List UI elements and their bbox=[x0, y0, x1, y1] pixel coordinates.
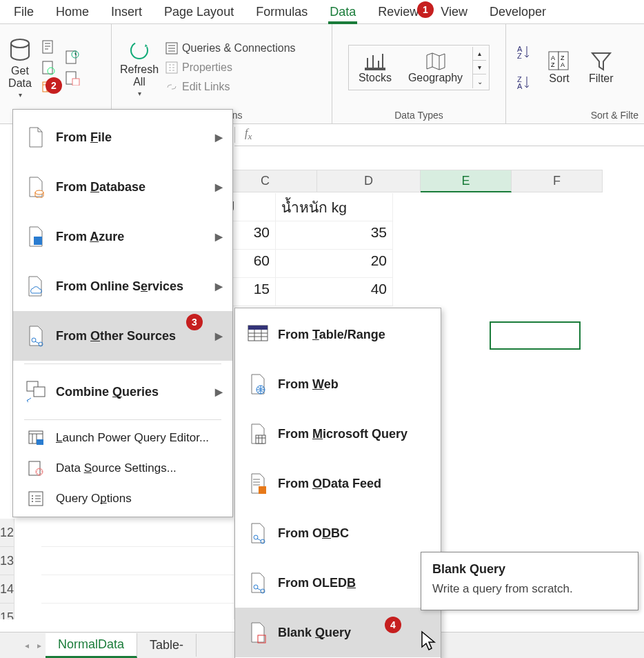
link-icon bbox=[165, 81, 178, 93]
data-types-spinner[interactable]: ▴▾⌄ bbox=[472, 47, 486, 88]
chevron-right-icon: ▶ bbox=[215, 181, 223, 192]
other-sources-icon bbox=[26, 323, 46, 348]
sheet-tab-table[interactable]: Table- bbox=[137, 634, 197, 657]
sort-desc-icon: ZA bbox=[516, 74, 534, 92]
odbc-icon bbox=[248, 521, 268, 546]
tab-page-layout[interactable]: Page Layout bbox=[157, 2, 241, 22]
step-badge-1: 1 bbox=[417, 1, 434, 18]
tab-view[interactable]: View bbox=[434, 2, 474, 22]
cell-c1[interactable]: น้ำหนัก kg bbox=[276, 193, 393, 221]
geography-button[interactable]: Geography bbox=[401, 48, 470, 87]
svg-rect-12 bbox=[365, 68, 385, 70]
svg-rect-8 bbox=[72, 79, 79, 86]
sheet-nav-next[interactable]: ▸ bbox=[33, 641, 46, 650]
svg-point-9 bbox=[131, 42, 148, 59]
azure-icon bbox=[26, 224, 46, 249]
chevron-right-icon: ▶ bbox=[215, 132, 223, 143]
sub-from-odata[interactable]: From OData Feed bbox=[235, 459, 441, 508]
row-header[interactable]: 14 bbox=[0, 575, 14, 604]
pqe-icon bbox=[26, 426, 46, 450]
chevron-right-icon: ▶ bbox=[215, 330, 223, 341]
sub-from-oledb[interactable]: From OLEDB bbox=[235, 558, 441, 608]
sort-asc-icon: AZ bbox=[516, 43, 534, 61]
svg-text:Z: Z bbox=[561, 54, 565, 61]
tooltip-blank-query: Blank Query Write a query from scratch. bbox=[421, 552, 638, 610]
tab-insert[interactable]: Insert bbox=[104, 2, 149, 22]
edit-links-button: Edit Links bbox=[165, 80, 296, 94]
database-icon bbox=[26, 175, 46, 199]
svg-rect-43 bbox=[256, 435, 265, 443]
svg-rect-25 bbox=[38, 237, 42, 241]
fx-icon[interactable]: fx bbox=[234, 127, 261, 142]
tooltip-title: Blank Query bbox=[432, 562, 627, 577]
svg-point-38 bbox=[32, 498, 33, 499]
row-header[interactable]: 13 bbox=[0, 547, 14, 575]
refresh-icon bbox=[128, 39, 151, 62]
tab-formulas[interactable]: Formulas bbox=[249, 2, 314, 22]
active-cell-selection bbox=[490, 321, 581, 350]
menu-combine-queries[interactable]: Combine Queries▶ bbox=[13, 367, 232, 417]
svg-rect-1 bbox=[43, 41, 52, 53]
col-header-e[interactable]: E bbox=[421, 170, 512, 192]
svg-rect-26 bbox=[34, 241, 38, 245]
svg-rect-5 bbox=[66, 51, 76, 63]
col-header-f[interactable]: F bbox=[512, 170, 603, 192]
from-web-button[interactable] bbox=[39, 58, 59, 77]
sub-from-ms-query[interactable]: From Microsoft Query bbox=[235, 409, 441, 459]
map-icon bbox=[424, 51, 447, 72]
svg-text:Z: Z bbox=[517, 52, 522, 60]
stocks-icon bbox=[363, 51, 387, 72]
menu-query-options[interactable]: Query Options bbox=[13, 483, 232, 514]
db-icon bbox=[8, 37, 32, 63]
sort-desc-button[interactable]: ZA bbox=[516, 74, 534, 92]
cell[interactable]: 40 bbox=[276, 278, 393, 306]
refresh-all-button[interactable]: Refresh All ▾ bbox=[116, 37, 163, 99]
stocks-button[interactable]: Stocks bbox=[352, 48, 399, 87]
menu-from-online-services[interactable]: From Online Services▶ bbox=[13, 261, 232, 311]
filter-button[interactable]: Filter bbox=[585, 49, 618, 86]
menu-launch-pqe[interactable]: Launch Power Query Editor... bbox=[13, 423, 232, 453]
sub-from-table-range[interactable]: From Table/Range bbox=[235, 310, 441, 359]
existing-conns-button[interactable] bbox=[62, 68, 83, 88]
svg-text:A: A bbox=[561, 61, 565, 68]
queries-connections-button[interactable]: Queries & Connections bbox=[165, 41, 296, 55]
svg-rect-44 bbox=[259, 486, 266, 494]
cell[interactable]: 20 bbox=[276, 250, 393, 278]
tab-developer[interactable]: Developer bbox=[483, 2, 553, 22]
menu-from-azure[interactable]: From Azure▶ bbox=[13, 212, 232, 261]
svg-rect-31 bbox=[34, 387, 45, 397]
cloud-icon bbox=[26, 274, 46, 299]
menu-data-source-settings[interactable]: Data Source Settings... bbox=[13, 453, 232, 483]
row-header[interactable]: 12 bbox=[0, 519, 14, 547]
ribbon-tabs: File Home Insert Page Layout Formulas Da… bbox=[0, 0, 644, 24]
chevron-right-icon: ▶ bbox=[215, 281, 223, 292]
tab-home[interactable]: Home bbox=[49, 2, 96, 22]
get-data-button[interactable]: Get Data ▾ bbox=[4, 36, 36, 100]
menu-from-file[interactable]: From File▶ bbox=[13, 112, 232, 162]
menu-from-database[interactable]: From Database▶ bbox=[13, 162, 232, 212]
props-icon bbox=[165, 61, 178, 74]
step-badge-4: 4 bbox=[385, 617, 401, 633]
recent-sources-button[interactable] bbox=[62, 48, 83, 67]
step-badge-2: 2 bbox=[46, 77, 62, 94]
sort-asc-button[interactable]: AZ bbox=[516, 43, 534, 61]
sub-blank-query[interactable]: Blank Query bbox=[235, 608, 441, 657]
svg-rect-33 bbox=[37, 439, 43, 445]
sort-button[interactable]: AZZA Sort bbox=[543, 49, 575, 86]
tab-file[interactable]: File bbox=[7, 2, 41, 22]
formula-bar[interactable]: fx bbox=[234, 124, 644, 146]
sheet-tab-normaldata[interactable]: NormalData bbox=[46, 633, 137, 658]
sub-from-odbc[interactable]: From ODBC bbox=[235, 508, 441, 558]
combine-icon bbox=[26, 379, 46, 404]
svg-text:A: A bbox=[517, 82, 523, 90]
tab-data[interactable]: Data bbox=[323, 2, 363, 22]
svg-rect-24 bbox=[34, 237, 38, 241]
sheet-nav-prev[interactable]: ◂ bbox=[21, 641, 33, 650]
cell[interactable]: 35 bbox=[276, 221, 393, 250]
from-text-button[interactable] bbox=[39, 37, 59, 57]
col-header-d[interactable]: D bbox=[317, 170, 421, 192]
msquery-icon bbox=[248, 421, 268, 446]
row-header[interactable]: 15 bbox=[0, 604, 14, 619]
sub-from-web[interactable]: From Web bbox=[235, 359, 441, 409]
svg-point-0 bbox=[11, 39, 29, 48]
